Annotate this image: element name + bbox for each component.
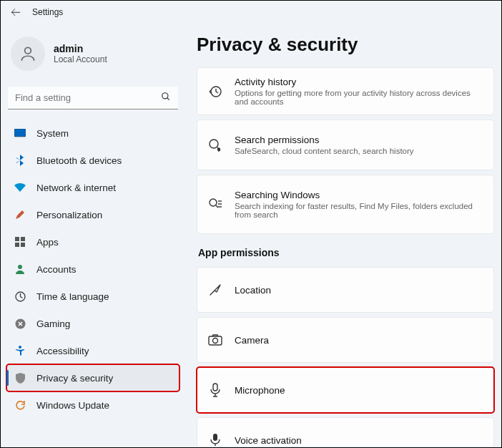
svg-rect-21	[209, 336, 222, 345]
svg-point-22	[213, 339, 218, 344]
page-title: Privacy & security	[197, 34, 494, 56]
svg-point-0	[25, 47, 31, 54]
voice-icon	[207, 432, 223, 446]
card-title: Voice activation	[235, 435, 302, 446]
window-title: Settings	[32, 7, 63, 17]
sidebar-item-label: Bluetooth & devices	[36, 155, 122, 166]
nav: System Bluetooth & devices Network & int…	[6, 120, 179, 419]
svg-rect-23	[213, 384, 217, 391]
card-sub: SafeSearch, cloud content search, search…	[235, 147, 414, 155]
camera-icon	[207, 332, 223, 348]
sidebar-item-personalization[interactable]: Personalization	[6, 201, 179, 228]
svg-rect-7	[15, 243, 19, 247]
card-title: Microphone	[235, 385, 285, 396]
card-microphone[interactable]: Microphone	[197, 367, 494, 413]
bluetooth-icon	[14, 154, 26, 167]
card-search-permissions[interactable]: Search permissions SafeSearch, cloud con…	[197, 120, 494, 170]
user-sub: Local Account	[54, 54, 107, 64]
sidebar-item-gaming[interactable]: Gaming	[6, 310, 179, 337]
card-sub: Search indexing for faster results, Find…	[235, 202, 483, 219]
titlebar: 🡠 Settings	[1, 1, 501, 24]
sidebar-item-system[interactable]: System	[6, 120, 179, 147]
history-icon	[207, 84, 223, 99]
svg-line-17	[216, 205, 218, 208]
sidebar-item-label: Time & language	[36, 291, 109, 302]
accounts-icon	[14, 263, 26, 276]
svg-rect-6	[21, 237, 25, 241]
search-icon	[161, 92, 171, 104]
svg-point-16	[210, 199, 217, 206]
user-name: admin	[54, 43, 107, 54]
apps-icon	[14, 235, 26, 248]
shield-icon	[14, 371, 26, 384]
card-activity-history[interactable]: Activity history Options for getting mor…	[197, 67, 494, 115]
sidebar-item-apps[interactable]: Apps	[6, 228, 179, 255]
sidebar-item-accounts[interactable]: Accounts	[6, 255, 179, 283]
svg-point-12	[19, 346, 21, 349]
sidebar-item-accessibility[interactable]: Accessibility	[6, 337, 179, 364]
sidebar-item-time[interactable]: Time & language	[6, 283, 179, 310]
sidebar-item-network[interactable]: Network & internet	[6, 174, 179, 201]
sidebar: admin Local Account System Bluetooth & d…	[1, 24, 185, 446]
svg-rect-8	[21, 243, 25, 247]
svg-point-14	[210, 140, 218, 148]
sidebar-item-label: Personalization	[36, 210, 102, 220]
sidebar-item-label: Accounts	[36, 264, 77, 275]
card-title: Location	[235, 285, 271, 296]
sidebar-item-label: System	[36, 128, 69, 139]
sidebar-item-label: Privacy & security	[36, 373, 113, 384]
update-icon	[14, 399, 26, 412]
sidebar-item-update[interactable]: Windows Update	[6, 391, 179, 419]
brush-icon	[14, 208, 26, 221]
sidebar-item-label: Windows Update	[36, 400, 109, 411]
card-title: Activity history	[235, 77, 483, 87]
wifi-icon	[14, 181, 26, 194]
svg-point-9	[18, 265, 22, 269]
user-block[interactable]: admin Local Account	[6, 31, 179, 84]
location-icon	[207, 282, 223, 298]
card-title: Camera	[235, 335, 269, 346]
card-title: Search permissions	[235, 135, 414, 145]
back-arrow-icon[interactable]: 🡠	[11, 6, 21, 18]
sidebar-item-label: Accessibility	[36, 346, 89, 356]
card-location[interactable]: Location	[197, 267, 494, 313]
sidebar-item-bluetooth[interactable]: Bluetooth & devices	[6, 147, 179, 174]
system-icon	[14, 127, 26, 140]
card-sub: Options for getting more from your activ…	[235, 89, 483, 106]
sidebar-item-privacy[interactable]: Privacy & security	[6, 364, 179, 391]
gaming-icon	[14, 317, 26, 330]
card-voice-activation[interactable]: Voice activation	[197, 417, 494, 446]
section-app-permissions: App permissions	[198, 247, 494, 258]
main: Privacy & security Activity history Opti…	[185, 24, 501, 446]
sidebar-item-label: Network & internet	[36, 182, 116, 193]
card-title: Searching Windows	[235, 190, 483, 200]
sidebar-item-label: Gaming	[36, 318, 70, 329]
card-searching-windows[interactable]: Searching Windows Search indexing for fa…	[197, 175, 494, 234]
svg-point-1	[162, 93, 168, 99]
clock-icon	[14, 290, 26, 303]
accessibility-icon	[14, 344, 26, 357]
microphone-icon	[207, 382, 223, 398]
svg-rect-3	[14, 129, 26, 137]
search-list-icon	[207, 197, 223, 213]
svg-rect-24	[213, 434, 217, 441]
sidebar-item-label: Apps	[36, 237, 59, 248]
search-input[interactable]	[8, 87, 178, 109]
avatar	[11, 36, 45, 71]
search-shield-icon	[207, 137, 223, 153]
search-wrap	[8, 87, 178, 109]
card-camera[interactable]: Camera	[197, 317, 494, 363]
svg-rect-5	[15, 237, 19, 241]
svg-line-2	[167, 98, 169, 100]
